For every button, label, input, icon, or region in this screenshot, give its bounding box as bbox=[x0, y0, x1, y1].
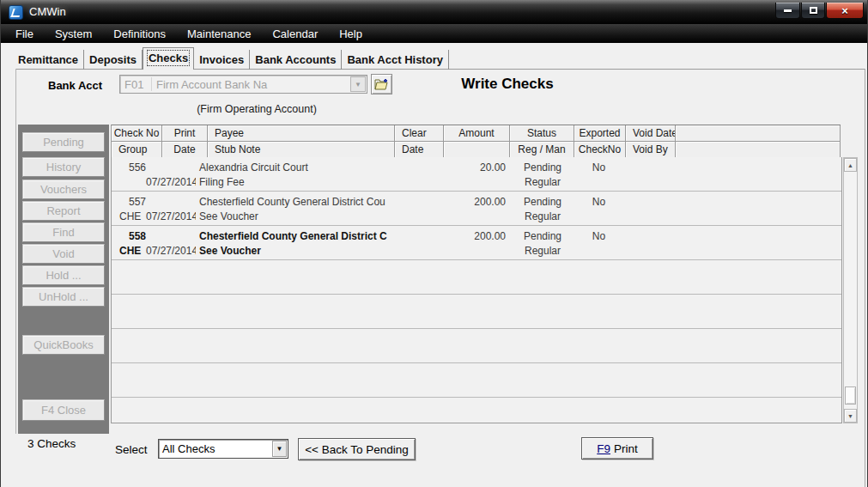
col-spacer bbox=[676, 125, 841, 142]
checks-grid: 556 Alexandria Circuit Court 20.00 Pendi… bbox=[111, 157, 842, 423]
grid-vertical-scrollbar[interactable]: ▲ ▼ bbox=[843, 157, 858, 423]
unhold-button[interactable]: UnHold ... bbox=[22, 287, 105, 307]
maximize-button[interactable] bbox=[801, 3, 825, 19]
cell-group: CHE bbox=[112, 245, 146, 257]
empty-row bbox=[112, 329, 841, 363]
menu-calendar[interactable]: Calendar bbox=[270, 26, 320, 42]
cell-reg-man: Regular bbox=[506, 176, 580, 188]
chevron-down-icon[interactable]: ▼ bbox=[272, 441, 287, 457]
col-clear: Clear bbox=[395, 125, 444, 142]
col-amount: Amount bbox=[444, 125, 510, 142]
page-title: Write Checks bbox=[404, 76, 610, 93]
chevron-down-icon[interactable]: ▼ bbox=[350, 76, 366, 92]
frame-left-border bbox=[15, 69, 16, 434]
cell-check-no: 557 bbox=[112, 196, 146, 208]
app-icon bbox=[9, 5, 23, 20]
col-void-date: Void Date bbox=[626, 125, 676, 142]
col-payee: Payee bbox=[208, 125, 395, 142]
minimize-button[interactable] bbox=[775, 3, 800, 19]
menu-maintenance[interactable]: Maintenance bbox=[185, 26, 253, 42]
scroll-up-button[interactable]: ▲ bbox=[844, 158, 857, 172]
bank-acct-name: Firm Account Bank Na bbox=[152, 78, 350, 91]
col-status: Status bbox=[510, 125, 574, 142]
quickbooks-button[interactable]: QuickBooks bbox=[22, 335, 105, 355]
open-account-button[interactable] bbox=[371, 74, 392, 94]
window-title: CMWin bbox=[29, 5, 66, 18]
tab-remittance[interactable]: Remittance bbox=[13, 50, 84, 70]
cell-amount: 20.00 bbox=[446, 161, 506, 173]
bank-acct-combo[interactable]: F01 Firm Account Bank Na ▼ bbox=[119, 75, 367, 94]
cell-amount: 200.00 bbox=[446, 196, 506, 208]
check-filter-value: All Checks bbox=[159, 442, 272, 455]
menu-help[interactable]: Help bbox=[337, 26, 365, 42]
account-subtitle: (Firm Operating Account) bbox=[162, 103, 351, 115]
tab-bank-accounts[interactable]: Bank Accounts bbox=[250, 50, 342, 70]
tab-invoices[interactable]: Invoices bbox=[194, 50, 250, 70]
checks-count-label: 3 Checks bbox=[27, 437, 76, 450]
pending-button[interactable]: Pending bbox=[22, 132, 105, 152]
cell-status: Pending bbox=[506, 230, 580, 242]
select-label: Select bbox=[115, 443, 148, 456]
bank-acct-code: F01 bbox=[120, 78, 151, 91]
empty-row bbox=[112, 398, 841, 423]
sidebar-panel: Pending History Vouchers Report Find Voi… bbox=[18, 125, 109, 434]
col-print-date: Date bbox=[162, 142, 208, 158]
col-stub-note: Stub Note bbox=[208, 142, 395, 158]
menu-system[interactable]: System bbox=[52, 26, 94, 42]
cell-stub-note: Filing Fee bbox=[196, 176, 397, 188]
cell-payee: Alexandria Circuit Court bbox=[196, 161, 397, 173]
menu-file[interactable]: File bbox=[13, 26, 36, 42]
cell-amount: 200.00 bbox=[446, 230, 506, 242]
col-void-by: Void By bbox=[626, 142, 676, 158]
empty-row bbox=[112, 260, 841, 295]
f4-close-button[interactable]: F4 Close bbox=[22, 399, 105, 421]
open-folder-icon bbox=[374, 78, 389, 90]
find-button[interactable]: Find bbox=[22, 222, 105, 242]
cell-reg-man: Regular bbox=[506, 210, 580, 222]
check-row-558-selected[interactable]: 558 Chesterfield County General District… bbox=[112, 226, 841, 260]
cell-print-date: 07/27/2014 bbox=[146, 245, 196, 257]
col-exported: Exported bbox=[574, 125, 626, 142]
check-row-556[interactable]: 556 Alexandria Circuit Court 20.00 Pendi… bbox=[112, 157, 841, 192]
empty-row bbox=[112, 295, 841, 329]
col-check-no: Check No bbox=[112, 125, 162, 142]
scroll-up-icon: ▲ bbox=[847, 162, 853, 168]
print-label: Print bbox=[614, 442, 638, 455]
tab-deposits[interactable]: Deposits bbox=[84, 50, 143, 70]
cell-print-date: 07/27/2014 bbox=[146, 210, 196, 222]
cell-payee: Chesterfield County General District C bbox=[196, 230, 397, 242]
tab-checks[interactable]: Checks bbox=[143, 47, 194, 70]
history-button[interactable]: History bbox=[22, 157, 105, 177]
bank-acct-label: Bank Acct bbox=[48, 79, 102, 92]
close-button[interactable]: × bbox=[826, 3, 864, 19]
cell-stub-note: See Voucher bbox=[196, 245, 397, 257]
cell-exported: No bbox=[580, 161, 618, 173]
col-reg-man: Reg / Man bbox=[510, 142, 574, 158]
hold-button[interactable]: Hold ... bbox=[22, 265, 105, 285]
check-filter-select[interactable]: All Checks ▼ bbox=[158, 439, 288, 459]
cell-check-no: 556 bbox=[112, 161, 146, 173]
scrollbar-thumb[interactable] bbox=[845, 387, 856, 405]
f9-print-button[interactable]: F9 Print bbox=[581, 437, 653, 460]
col-amount-blank bbox=[444, 142, 510, 158]
cell-exported: No bbox=[580, 230, 618, 242]
cell-group: CHE bbox=[112, 210, 146, 222]
col-spacer2 bbox=[676, 142, 841, 158]
col-print: Print bbox=[162, 125, 208, 142]
void-button[interactable]: Void bbox=[22, 244, 105, 264]
menu-definitions[interactable]: Definitions bbox=[111, 26, 168, 42]
vouchers-button[interactable]: Vouchers bbox=[22, 180, 105, 199]
back-to-pending-button[interactable]: << Back To Pending bbox=[298, 438, 416, 460]
cell-print-date: 07/27/2014 bbox=[146, 176, 196, 188]
col-checkno2: CheckNo bbox=[574, 142, 626, 158]
scroll-down-button[interactable]: ▼ bbox=[844, 409, 857, 423]
f9-key-label: F9 bbox=[597, 442, 610, 455]
report-button[interactable]: Report bbox=[22, 201, 105, 221]
menu-bar: File System Definitions Maintenance Cale… bbox=[1, 24, 868, 43]
cell-status: Pending bbox=[506, 161, 580, 173]
tab-bank-acct-history[interactable]: Bank Acct History bbox=[342, 50, 449, 70]
cell-check-no: 558 bbox=[112, 230, 146, 242]
check-row-557[interactable]: 557 Chesterfield County General District… bbox=[112, 192, 841, 226]
app-window: CMWin × File System Definitions Maintena… bbox=[0, 0, 868, 487]
cell-exported: No bbox=[580, 196, 618, 208]
